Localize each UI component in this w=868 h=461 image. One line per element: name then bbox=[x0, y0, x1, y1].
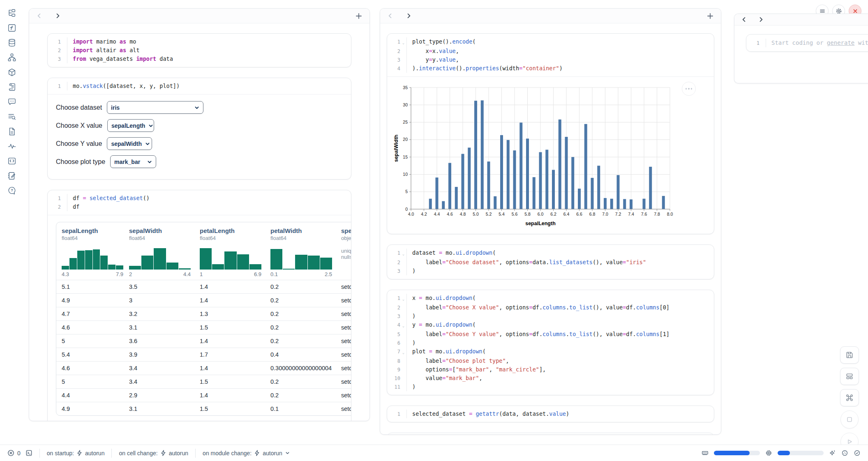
code-line[interactable]: 1⌄dataset = mo.ui.dropdown( bbox=[387, 249, 714, 258]
sidebar-item-documentation[interactable] bbox=[7, 112, 17, 122]
collapse-caret-icon[interactable]: ⌄ bbox=[400, 37, 406, 47]
code-line[interactable]: 3) bbox=[387, 267, 714, 275]
choose-dataset-select[interactable]: iris bbox=[107, 101, 203, 114]
collapse-caret-icon[interactable]: ⌄ bbox=[400, 249, 406, 258]
add-column-icon[interactable] bbox=[355, 12, 362, 20]
sidebar-item-chat[interactable] bbox=[7, 97, 17, 107]
column-header-petalWidth[interactable]: petalWidthfloat640.12.5 bbox=[265, 227, 336, 277]
choose-y-value-select[interactable]: sepalWidth bbox=[107, 137, 152, 150]
chevron-left-icon[interactable] bbox=[387, 13, 393, 19]
code-line[interactable]: 3from vega_datasets import data bbox=[48, 55, 351, 63]
chart-options-button[interactable] bbox=[682, 82, 696, 96]
table-row[interactable]: 4.73.21.30.2setos bbox=[56, 307, 351, 320]
code-line[interactable]: 6) bbox=[387, 339, 714, 347]
table-row[interactable]: 4.42.91.40.2setos bbox=[56, 388, 351, 402]
column-header-petalLength[interactable]: petalLengthfloat6416.9 bbox=[194, 227, 265, 277]
chart-cell[interactable]: 1⌄plot_type().encode(2 x=x.value,3 y=y.v… bbox=[387, 33, 714, 234]
runtime-config-2[interactable]: on module change:autorun bbox=[203, 450, 290, 456]
dataframe-cell[interactable]: 1df = selected_dataset()2df sepalLengthf… bbox=[47, 190, 351, 421]
code-line[interactable]: 1selected_dataset = getattr(data, datase… bbox=[387, 410, 714, 418]
sidebar-item-functions[interactable] bbox=[7, 23, 17, 33]
code-line[interactable]: 3) bbox=[387, 312, 714, 320]
code-line[interactable]: 1mo.vstack([dataset, x, y, plot]) bbox=[48, 82, 351, 90]
sidebar-item-packages[interactable] bbox=[7, 67, 17, 77]
selected-dataset-cell[interactable]: 1selected_dataset = getattr(data, datase… bbox=[387, 406, 714, 422]
sidebar-item-logs[interactable] bbox=[7, 82, 17, 92]
code-line[interactable]: 9 options=["mark_bar", "mark_circle"], bbox=[387, 365, 714, 374]
code-line[interactable]: 1⌄x = mo.ui.dropdown( bbox=[387, 294, 714, 303]
xy-plot-dropdowns-cell[interactable]: 1⌄x = mo.ui.dropdown(2 label="Choose X v… bbox=[387, 290, 714, 395]
table-cell: 3.4 bbox=[124, 365, 194, 371]
chevron-left-icon[interactable] bbox=[36, 13, 42, 19]
runtime-config-1[interactable]: on cell change:autorun bbox=[119, 450, 188, 456]
stop-button[interactable] bbox=[840, 410, 859, 429]
code-line[interactable]: 2 label="Choose X value", options=df.col… bbox=[387, 303, 714, 312]
table-row[interactable]: 53.61.40.2setos bbox=[56, 334, 351, 348]
plot-type-cell[interactable]: 1plot_type = getattr(alt.Chart(df), plot… bbox=[387, 433, 714, 435]
keyboard-shortcuts-button[interactable] bbox=[840, 389, 859, 406]
chevron-right-icon[interactable] bbox=[758, 16, 764, 23]
chevron-left-icon[interactable] bbox=[741, 16, 747, 23]
code-line[interactable]: 5 label="Choose Y value", options=df.col… bbox=[387, 330, 714, 339]
code-line[interactable]: 2 label="Choose dataset", options=data.l… bbox=[387, 258, 714, 267]
table-row[interactable]: 5.13.51.40.2setos bbox=[56, 280, 351, 293]
table-row[interactable]: 4.931.40.2setos bbox=[56, 293, 351, 307]
sidebar-item-help[interactable]: ? bbox=[7, 186, 17, 196]
vstack-cell[interactable]: 1mo.vstack([dataset, x, y, plot]) Choose… bbox=[47, 78, 351, 180]
collapse-caret-icon[interactable]: ⌄ bbox=[400, 320, 406, 330]
chevron-right-icon[interactable] bbox=[55, 13, 61, 19]
left-notebook-column: 1import marimo as mo2import altair as al… bbox=[29, 8, 370, 421]
collapse-caret-icon[interactable]: ⌄ bbox=[400, 347, 406, 357]
dataset-dropdown-cell[interactable]: 1⌄dataset = mo.ui.dropdown(2 label="Choo… bbox=[387, 244, 714, 279]
column-header-speci[interactable]: speciobjecuniqunulls: bbox=[336, 227, 351, 277]
control-row: Choose plot typemark_bar bbox=[56, 155, 343, 168]
choose-plot-type-select[interactable]: mark_bar bbox=[110, 155, 156, 168]
sidebar-item-datasources[interactable] bbox=[7, 38, 17, 48]
column-header-sepalLength[interactable]: sepalLengthfloat644.37.9 bbox=[56, 227, 124, 277]
collapse-caret-icon[interactable]: ⌄ bbox=[400, 294, 406, 303]
terminal-button[interactable] bbox=[25, 449, 32, 456]
save-button[interactable] bbox=[840, 346, 859, 364]
code-line[interactable]: 11) bbox=[387, 383, 714, 391]
empty-code-cell[interactable]: 1 Start coding or generate with bbox=[746, 34, 868, 52]
code-line[interactable]: 1import marimo as mo bbox=[48, 37, 351, 46]
code-line[interactable]: 4⌄y = mo.ui.dropdown( bbox=[387, 320, 714, 330]
column-header-sepalWidth[interactable]: sepalWidthfloat6424.4 bbox=[124, 227, 194, 277]
code-line[interactable]: 2df bbox=[48, 203, 351, 211]
code-line[interactable]: 1⌄plot_type().encode( bbox=[387, 37, 714, 47]
table-row[interactable]: 5.43.91.70.4setos bbox=[56, 348, 351, 361]
table-row[interactable]: 4.93.11.50.1setos bbox=[56, 402, 351, 415]
cloud-button[interactable] bbox=[841, 449, 848, 456]
bar-chart[interactable]: 4.04.24.44.64.85.05.25.45.65.86.06.26.46… bbox=[393, 83, 714, 228]
svg-text:15: 15 bbox=[403, 154, 408, 159]
choose-x-value-select[interactable]: sepalLength bbox=[107, 119, 154, 132]
lightning-icon bbox=[254, 450, 260, 456]
sidebar-item-file-explorer[interactable] bbox=[7, 8, 17, 18]
code-line[interactable]: 1df = selected_dataset() bbox=[48, 194, 351, 203]
sidebar-item-snippets[interactable] bbox=[7, 127, 17, 136]
code-line[interactable]: 8 label="Choose plot type", bbox=[387, 357, 714, 365]
code-line[interactable]: 10 value="mark_bar", bbox=[387, 374, 714, 383]
sidebar-item-scratchpad[interactable] bbox=[7, 156, 17, 166]
sidebar-item-notebook[interactable] bbox=[7, 171, 17, 181]
table-row[interactable]: 4.63.41.40.30000000000000004setos bbox=[56, 361, 351, 375]
imports-cell[interactable]: 1import marimo as mo2import altair as al… bbox=[47, 33, 351, 67]
code-line[interactable]: 2import altair as alt bbox=[48, 46, 351, 55]
add-column-icon[interactable] bbox=[706, 12, 714, 20]
sidebar-item-tracing[interactable] bbox=[7, 141, 17, 151]
chevron-right-icon[interactable] bbox=[406, 13, 412, 19]
ai-assist-button[interactable] bbox=[829, 449, 836, 456]
generate-link[interactable]: generate bbox=[827, 39, 854, 46]
connection-status-button[interactable] bbox=[854, 449, 861, 456]
code-line[interactable]: 3 y=y.value, bbox=[387, 55, 714, 64]
code-line[interactable]: 2 x=x.value, bbox=[387, 47, 714, 55]
layout-button[interactable] bbox=[840, 368, 859, 385]
table-row[interactable]: 4.63.11.50.2setos bbox=[56, 320, 351, 334]
error-indicator[interactable]: 0 bbox=[7, 449, 21, 456]
code-placeholder[interactable]: Start coding or generate with bbox=[766, 39, 868, 47]
code-line[interactable]: 7⌄plot = mo.ui.dropdown( bbox=[387, 347, 714, 357]
sidebar-item-dependency-graph[interactable] bbox=[7, 53, 17, 62]
table-row[interactable]: 53.41.50.2setos bbox=[56, 375, 351, 388]
runtime-config-0[interactable]: on startup:autorun bbox=[47, 450, 105, 456]
code-line[interactable]: 4).interactive().properties(width="conta… bbox=[387, 64, 714, 73]
